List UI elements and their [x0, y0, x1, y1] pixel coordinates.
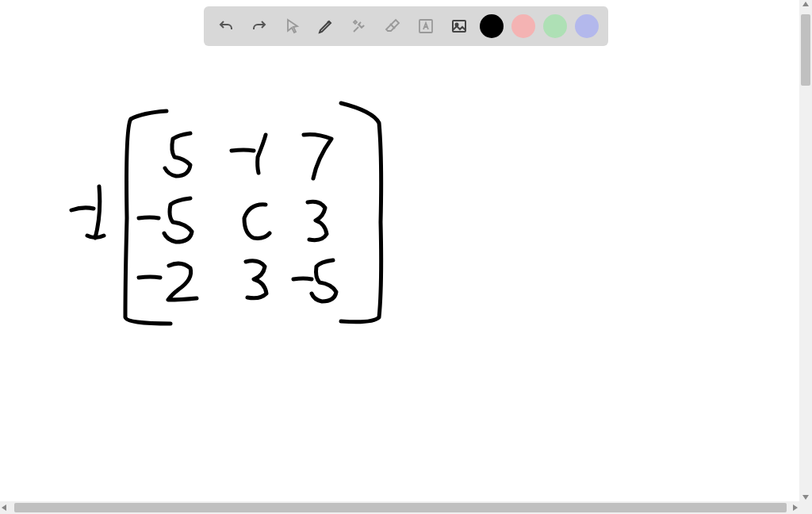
- tools-button[interactable]: [347, 13, 372, 39]
- color-pink[interactable]: [511, 14, 535, 38]
- redo-button[interactable]: [247, 13, 272, 39]
- horizontal-scroll-thumb[interactable]: [14, 503, 787, 512]
- eraser-button[interactable]: [380, 13, 405, 39]
- scroll-up-arrow-icon[interactable]: [802, 2, 809, 6]
- text-button[interactable]: [413, 13, 439, 39]
- horizontal-scrollbar[interactable]: [0, 501, 799, 514]
- color-green[interactable]: [543, 14, 567, 38]
- image-button[interactable]: [446, 13, 472, 39]
- vertical-scroll-thumb[interactable]: [801, 14, 810, 86]
- undo-button[interactable]: [213, 13, 239, 39]
- vertical-scrollbar[interactable]: [799, 0, 812, 501]
- pencil-button[interactable]: [313, 13, 339, 39]
- scroll-corner: [799, 501, 812, 514]
- color-black[interactable]: [480, 14, 504, 38]
- drawing-toolbar: [204, 6, 608, 46]
- scroll-right-arrow-icon[interactable]: [793, 504, 798, 511]
- handwritten-drawing: [0, 0, 799, 501]
- canvas-area[interactable]: [0, 0, 799, 501]
- svg-rect-1: [453, 21, 465, 32]
- pointer-button[interactable]: [280, 13, 305, 39]
- scroll-down-arrow-icon[interactable]: [802, 495, 809, 500]
- scroll-left-arrow-icon[interactable]: [2, 504, 6, 511]
- color-blue[interactable]: [575, 14, 599, 38]
